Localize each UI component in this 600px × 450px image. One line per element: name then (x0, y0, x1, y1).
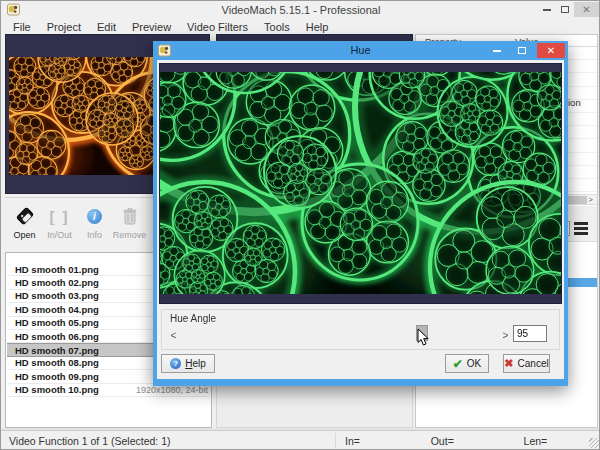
file-name: HD smooth 09.png (15, 371, 99, 382)
list-menu-icon[interactable] (574, 222, 588, 235)
clipped-value-text: ion (568, 97, 581, 108)
menu-item-project[interactable]: Project (39, 21, 89, 33)
resize-grip[interactable] (589, 438, 599, 448)
status-in-time: In= 00:00:00.000 (345, 435, 415, 450)
remove-button[interactable]: Remove (112, 203, 147, 249)
slider-right-icon[interactable]: > (499, 327, 512, 343)
file-name: HD smooth 03.png (15, 290, 99, 301)
trash-icon (118, 203, 142, 229)
hue-preview-panel (159, 63, 562, 304)
status-divider (335, 433, 336, 448)
open-button[interactable]: Open (7, 203, 42, 249)
info-icon: i (83, 203, 107, 229)
ok-button[interactable]: ✔ OK (445, 354, 489, 373)
mouse-cursor (417, 328, 430, 347)
close-icon[interactable]: ✕ (574, 2, 599, 17)
open-icon (13, 203, 37, 229)
file-name: HD smooth 05.png (15, 317, 99, 328)
inout-button[interactable]: [ ] In/Out (42, 203, 77, 249)
dialog-close-icon[interactable]: ✕ (537, 43, 565, 58)
file-name: HD smooth 08.png (15, 357, 99, 368)
menu-item-preview[interactable]: Preview (124, 21, 179, 33)
window-title: VideoMach 5.15.1 - Professional (1, 4, 600, 16)
hue-dialog: Hue ✕ H (153, 41, 568, 386)
remove-label: Remove (113, 230, 147, 240)
x-icon: ✖ (504, 357, 513, 370)
file-name: HD smooth 04.png (15, 304, 99, 315)
menu-bar: FileProjectEditPreviewVideo FiltersTools… (1, 19, 600, 34)
file-name: HD smooth 02.png (15, 277, 99, 288)
dialog-maximize-icon[interactable] (511, 43, 533, 58)
file-name: HD smooth 01.png (15, 264, 99, 275)
hue-angle-label: Hue Angle (170, 313, 216, 324)
help-button[interactable]: ? Help (161, 354, 215, 373)
menu-item-edit[interactable]: Edit (89, 21, 124, 33)
dialog-minimize-icon[interactable] (486, 43, 508, 58)
help-icon: ? (170, 358, 181, 369)
check-icon: ✔ (453, 357, 463, 371)
file-name: HD smooth 10.png (15, 384, 99, 395)
inout-label: In/Out (47, 230, 72, 240)
info-button[interactable]: i Info (77, 203, 112, 249)
status-selection-text: Video Function 1 of 1 (Selected: 1) (9, 435, 171, 447)
file-detail: 1920x1080, 24-bit (136, 385, 208, 395)
info-label: Info (87, 230, 102, 240)
inout-icon: [ ] (48, 203, 72, 229)
dialog-title-bar[interactable]: Hue ✕ (153, 41, 568, 60)
cancel-button[interactable]: ✖ Cancel (503, 354, 550, 373)
menu-item-file[interactable]: File (5, 21, 39, 33)
dialog-body: Hue Angle < > 95 ? Help ✔ OK ✖ Cancel (153, 60, 568, 386)
menu-item-tools[interactable]: Tools (256, 21, 298, 33)
maximize-icon[interactable] (557, 2, 573, 17)
scroll-right-icon[interactable]: > (585, 195, 596, 204)
hue-value-input[interactable]: 95 (513, 325, 547, 342)
minimize-icon[interactable] (539, 2, 555, 17)
hue-preview-image (160, 72, 561, 294)
status-out-time: Out= 00:00:00.333 (431, 435, 508, 450)
menu-item-video-filters[interactable]: Video Filters (179, 21, 256, 33)
file-name: HD smooth 06.png (15, 331, 99, 342)
menu-item-help[interactable]: Help (298, 21, 337, 33)
file-name: HD smooth 07.png (15, 345, 99, 356)
slider-left-icon[interactable]: < (167, 327, 180, 343)
title-bar: VideoMach 5.15.1 - Professional ✕ (1, 1, 600, 19)
status-bar: Video Function 1 of 1 (Selected: 1) In= … (1, 430, 600, 450)
open-label: Open (13, 230, 35, 240)
